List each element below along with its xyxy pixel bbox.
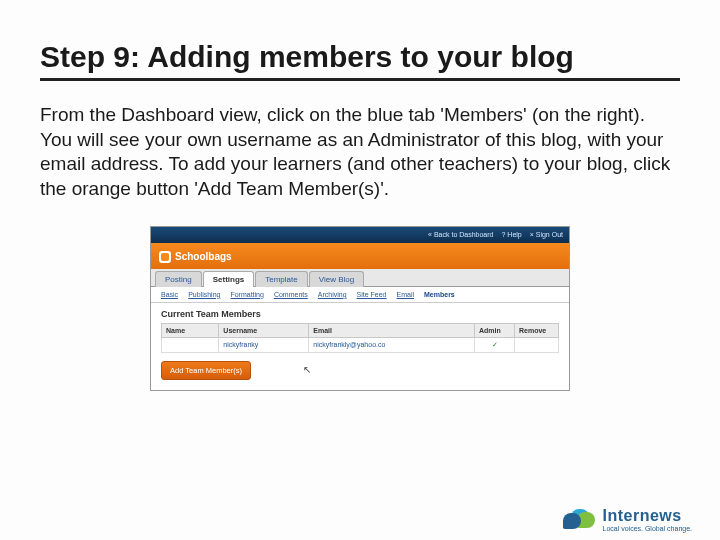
team-members-table: Name Username Email Admin Remove nickyfr… [161, 323, 559, 353]
main-tab-row: Posting Settings Template View Blog [151, 269, 569, 287]
cell-admin[interactable]: ✓ [475, 337, 515, 352]
signout-link[interactable]: × Sign Out [530, 231, 563, 238]
tab-posting[interactable]: Posting [155, 271, 202, 287]
settings-subnav: Basic Publishing Formatting Comments Arc… [151, 287, 569, 303]
tab-settings[interactable]: Settings [203, 271, 255, 287]
blogger-icon [159, 251, 171, 263]
help-link[interactable]: ? Help [501, 231, 521, 238]
cell-name [162, 337, 219, 352]
tab-view-blog[interactable]: View Blog [309, 271, 364, 287]
subnav-members[interactable]: Members [424, 291, 455, 298]
cell-email: nickyfrankly@yahoo.co [309, 337, 475, 352]
table-header-row: Name Username Email Admin Remove [162, 323, 559, 337]
instruction-text: From the Dashboard view, click on the bl… [40, 103, 680, 202]
subnav-formatting[interactable]: Formatting [230, 291, 263, 298]
subnav-publishing[interactable]: Publishing [188, 291, 220, 298]
subnav-basic[interactable]: Basic [161, 291, 178, 298]
subnav-archiving[interactable]: Archiving [318, 291, 347, 298]
add-team-member-button[interactable]: Add Team Member(s) [161, 361, 251, 380]
cell-remove[interactable] [515, 337, 559, 352]
brand-bar: Schoolbags [151, 243, 569, 269]
embedded-screenshot: « Back to Dashboard ? Help × Sign Out Sc… [150, 226, 570, 391]
col-remove: Remove [515, 323, 559, 337]
table-row: nickyfranky nickyfrankly@yahoo.co ✓ [162, 337, 559, 352]
col-name: Name [162, 323, 219, 337]
cell-username: nickyfranky [219, 337, 309, 352]
blog-brand-name: Schoolbags [175, 251, 232, 262]
col-email: Email [309, 323, 475, 337]
team-members-heading: Current Team Members [161, 309, 559, 319]
cursor-icon: ↖ [303, 364, 311, 375]
subnav-site-feed[interactable]: Site Feed [357, 291, 387, 298]
back-to-dashboard-link[interactable]: « Back to Dashboard [428, 231, 493, 238]
internews-icon [563, 509, 597, 531]
footer-tagline: Local voices. Global change. [603, 525, 693, 532]
tab-template[interactable]: Template [255, 271, 307, 287]
step-title: Step 9: Adding members to your blog [40, 40, 680, 81]
subnav-email[interactable]: Email [397, 291, 415, 298]
footer-logo: Internews Local voices. Global change. [563, 507, 693, 532]
col-username: Username [219, 323, 309, 337]
col-admin: Admin [475, 323, 515, 337]
footer-brand: Internews [603, 507, 693, 525]
dashboard-topnav: « Back to Dashboard ? Help × Sign Out [151, 227, 569, 243]
subnav-comments[interactable]: Comments [274, 291, 308, 298]
